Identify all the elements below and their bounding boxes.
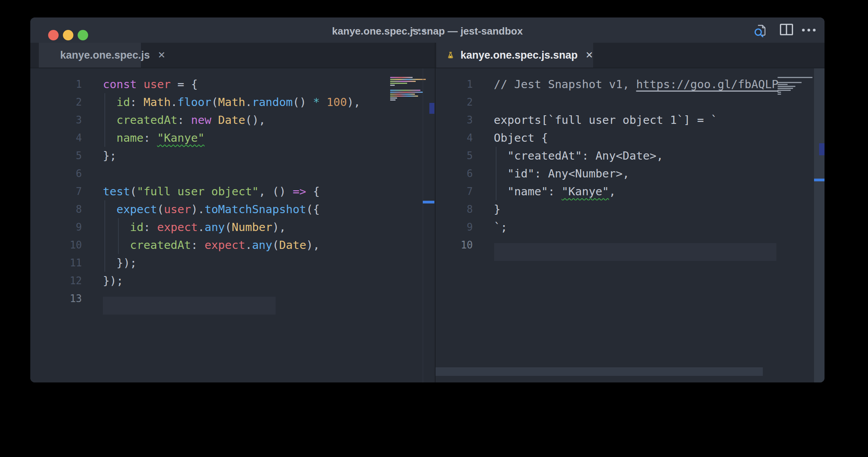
code-line: 5}; — [30, 147, 435, 165]
code-line: 12}); — [30, 272, 435, 290]
left-overview-ruler — [423, 68, 423, 382]
line-number: 5 — [30, 147, 82, 165]
code-text: name: "Kanye" — [82, 129, 205, 147]
code-text: "name": "Kanye", — [473, 182, 616, 200]
code-text: exports[`full user object 1`] = ` — [473, 111, 717, 129]
left-minimap[interactable] — [390, 77, 427, 101]
code-text: }; — [82, 147, 116, 165]
code-text: const user = { — [82, 75, 198, 93]
code-text — [473, 236, 494, 254]
code-text: Object { — [473, 129, 548, 147]
minimap-row — [390, 97, 397, 99]
code-line: 3exports[`full user object 1`] = ` — [436, 111, 825, 129]
line-number: 1 — [436, 75, 473, 93]
code-line: 7test("full user object", () => { — [30, 182, 435, 200]
line-number: 4 — [436, 129, 473, 147]
right-scrollbar[interactable] — [814, 68, 825, 382]
left-editor[interactable]: 1const user = {2 id: Math.floor(Math.ran… — [30, 68, 435, 382]
code-text: createdAt: expect.any(Date), — [82, 236, 320, 254]
code-text — [82, 165, 103, 182]
line-number: 6 — [30, 165, 82, 182]
window-title: kanye.one.spec.js.snap — jest-sandbox — [30, 17, 825, 43]
line-number: 9 — [436, 218, 473, 236]
code-line: 4 name: "Kanye" — [30, 129, 435, 147]
line-number: 10 — [436, 236, 473, 254]
left-more-actions-button[interactable] — [412, 24, 426, 35]
minimap-row — [390, 79, 426, 80]
minimap-row — [390, 94, 415, 95]
right-more-actions-button[interactable] — [802, 24, 816, 35]
code-line: 6 "id": Any<Number>, — [436, 165, 825, 182]
line-number: 8 — [30, 200, 82, 218]
minimap-row — [390, 77, 413, 78]
code-text: "createdAt": Any<Date>, — [473, 147, 663, 165]
horizontal-scrollbar[interactable] — [436, 367, 763, 376]
tab-close-icon[interactable]: ✕ — [585, 50, 593, 60]
code-line: 6 — [30, 165, 435, 182]
code-line: 10 createdAt: expect.any(Date), — [30, 236, 435, 254]
minimap-row — [390, 92, 423, 93]
code-text: }); — [82, 272, 123, 290]
line-number: 9 — [30, 218, 82, 236]
tab-kanye-spec[interactable]: kanye.one.spec.js ✕ — [39, 43, 141, 68]
code-line: 8 expect(user).toMatchSnapshot({ — [30, 200, 435, 218]
code-line: 8} — [436, 200, 825, 218]
right-code-lines: 1// Jest Snapshot v1, https://goo.gl/fbA… — [436, 75, 825, 254]
line-number: 6 — [436, 165, 473, 182]
split-editor-icon[interactable] — [779, 23, 793, 36]
code-line: 13 — [30, 290, 435, 308]
code-line: 9 id: expect.any(Number), — [30, 218, 435, 236]
line-number: 8 — [436, 200, 473, 218]
line-number: 12 — [30, 272, 82, 290]
code-line: 11 }); — [30, 254, 435, 272]
code-text: `; — [473, 218, 507, 236]
code-text: } — [473, 200, 500, 218]
code-text: }); — [82, 254, 137, 272]
minimap-row — [778, 86, 795, 87]
editor-window: kanye.one.spec.js.snap — jest-sandbox ka… — [30, 17, 825, 382]
code-text: createdAt: new Date(), — [82, 111, 266, 129]
tab-kanye-snap[interactable]: kanye.one.spec.js.snap ✕ — [436, 43, 593, 68]
code-line: 10 — [436, 236, 825, 254]
left-code-lines: 1const user = {2 id: Math.floor(Math.ran… — [30, 75, 435, 308]
code-line: 1// Jest Snapshot v1, https://goo.gl/fbA… — [436, 75, 825, 93]
line-number: 5 — [436, 147, 473, 165]
minimap-row — [390, 90, 420, 91]
line-number: 1 — [30, 75, 82, 93]
minimap-row — [778, 94, 781, 95]
tab-close-icon[interactable]: ✕ — [158, 50, 165, 60]
code-text — [473, 93, 494, 111]
line-number: 2 — [30, 93, 82, 111]
minimap-row — [778, 82, 802, 83]
code-line: 3 createdAt: new Date(), — [30, 111, 435, 129]
minimap-row — [390, 83, 407, 84]
code-text: test("full user object", () => { — [82, 182, 320, 200]
minimap-row — [390, 85, 395, 86]
code-line: 2 id: Math.floor(Math.random() * 100), — [30, 93, 435, 111]
minimap-row — [778, 90, 791, 91]
right-tabbar: kanye.one.spec.js.snap ✕ — [436, 43, 825, 68]
minimap-row — [778, 79, 814, 82]
right-editor[interactable]: 1// Jest Snapshot v1, https://goo.gl/fbA… — [436, 68, 825, 382]
line-number: 7 — [30, 182, 82, 200]
code-line: 2 — [436, 93, 825, 111]
line-number: 4 — [30, 129, 82, 147]
jest-flask-icon — [447, 50, 454, 61]
minimap-row — [778, 92, 781, 93]
minimap-row — [390, 96, 418, 97]
line-number: 2 — [436, 93, 473, 111]
line-number: 3 — [436, 111, 473, 129]
code-line: 9`; — [436, 218, 825, 236]
ruler-decoration-modified — [819, 143, 825, 155]
minimap-row — [390, 81, 416, 82]
minimap-row — [390, 99, 396, 101]
line-number: 3 — [30, 111, 82, 129]
minimap-row — [778, 88, 793, 89]
code-text: id: Math.floor(Math.random() * 100), — [82, 93, 361, 111]
line-number: 11 — [30, 254, 82, 272]
code-line: 1const user = { — [30, 75, 435, 93]
code-text: id: expect.any(Number), — [82, 218, 286, 236]
code-text: "id": Any<Number>, — [473, 165, 629, 182]
right-minimap[interactable] — [778, 77, 814, 96]
search-file-icon[interactable] — [753, 23, 768, 38]
